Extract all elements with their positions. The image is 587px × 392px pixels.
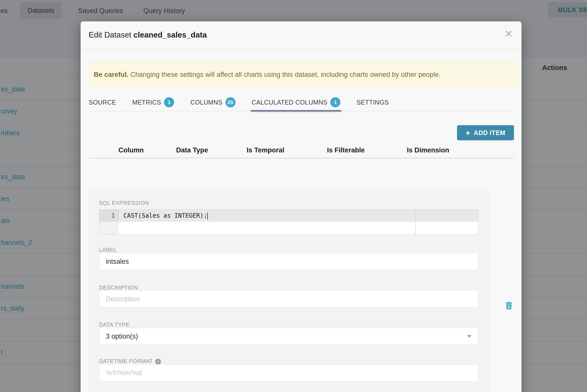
header-is-filterable: Is Filterable	[327, 146, 365, 154]
add-item-button[interactable]: + ADD ITEM	[457, 125, 514, 140]
tab-columns[interactable]: COLUMNS 25	[190, 93, 235, 111]
metrics-count-badge: 1	[164, 97, 174, 107]
sql-code-editor[interactable]: 1 CAST(Sales as INTEGER);	[99, 209, 478, 235]
warning-bold: Be careful.	[94, 71, 128, 78]
label-label: LABEL	[99, 247, 117, 253]
modal-tabs: SOURCE METRICS 1 COLUMNS 25 CALCULATED C…	[89, 93, 389, 111]
sql-code-line: CAST(Sales as INTEGER);	[123, 212, 208, 219]
plus-icon: +	[466, 129, 470, 137]
tabs-divider	[89, 111, 514, 111]
modal-header: Edit Dataset cleaned_sales_data ×	[81, 21, 521, 50]
edit-dataset-modal: Edit Dataset cleaned_sales_data × Be car…	[81, 21, 521, 392]
info-icon[interactable]: i	[155, 359, 161, 365]
modal-title-dataset-name: cleaned_sales_data	[133, 30, 207, 39]
modal-title-prefix: Edit Dataset	[89, 30, 133, 39]
calculated-columns-count-badge: 1	[330, 97, 340, 107]
screen: es Datasets Saved Queries Query History …	[0, 0, 587, 392]
header-column: Column	[118, 146, 144, 154]
description-label: DESCRIPTION	[99, 284, 138, 291]
datetime-format-label: DATETIME FORMATi	[99, 358, 161, 365]
text-cursor	[207, 212, 208, 219]
sql-expression-label: SQL EXPRESSION	[99, 200, 149, 206]
select-caret-icon	[467, 335, 472, 338]
warning-banner: Be careful. Changing these settings will…	[89, 61, 518, 88]
editor-line-number: 1	[99, 210, 119, 222]
editor-gutter	[99, 222, 119, 234]
header-is-dimension: Is Dimension	[407, 146, 449, 154]
columns-count-badge: 25	[225, 97, 236, 107]
tab-source[interactable]: SOURCE	[89, 93, 116, 111]
tab-settings[interactable]: SETTINGS	[356, 93, 388, 111]
datetime-format-input[interactable]	[99, 364, 478, 381]
close-icon[interactable]: ×	[505, 27, 512, 40]
label-input[interactable]	[99, 253, 478, 270]
tab-calculated-columns[interactable]: CALCULATED COLUMNS 1	[252, 93, 341, 111]
data-type-select[interactable]: 3 option(s)	[99, 328, 478, 345]
delete-trash-icon[interactable]	[504, 301, 513, 310]
editor-print-margin	[415, 210, 416, 234]
calculated-columns-headers: Column Data Type Is Temporal Is Filterab…	[81, 146, 521, 154]
warning-rest: Changing these settings will affect all …	[128, 71, 441, 78]
calculated-column-row: intsales ✓ ✓	[81, 158, 521, 189]
data-type-label: DATA TYPE	[99, 321, 129, 328]
description-input[interactable]	[99, 290, 478, 308]
header-data-type: Data Type	[176, 146, 208, 154]
column-detail-panel: SQL EXPRESSION 1 CAST(Sales as INTEGER);…	[89, 188, 489, 392]
modal-title: Edit Dataset cleaned_sales_data	[89, 30, 207, 40]
warning-text: Be careful. Changing these settings will…	[94, 71, 441, 79]
header-is-temporal: Is Temporal	[247, 146, 284, 154]
tab-metrics[interactable]: METRICS 1	[132, 93, 174, 111]
